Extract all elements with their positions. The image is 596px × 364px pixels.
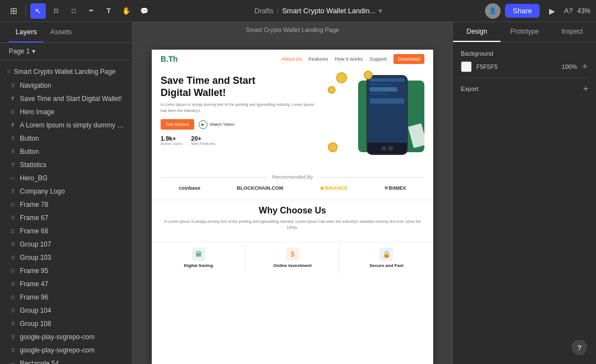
dc-phone-bottom bbox=[368, 143, 407, 154]
layer-group-104[interactable]: ⠿ Group 104 bbox=[0, 304, 132, 317]
help-button[interactable]: ? bbox=[572, 340, 587, 355]
layer-frame-95[interactable]: ⊡ Frame 95 bbox=[0, 264, 132, 277]
dc-hero-section: Save Time and StartDigital Wallet! A Lor… bbox=[152, 68, 433, 170]
layer-lorem-text[interactable]: T A Lorem Ipsum is simply dummy text of … bbox=[0, 119, 132, 132]
text-tool[interactable]: T bbox=[101, 3, 116, 19]
layer-frame-96[interactable]: ⊡ Frame 96 bbox=[0, 291, 132, 304]
menu-tool[interactable]: ⊞ bbox=[6, 3, 21, 19]
pen-tool[interactable]: ✒ bbox=[83, 3, 99, 19]
layer-name: Navigation bbox=[20, 82, 125, 89]
layer-rect-54[interactable]: ▭ Rectangle 54 bbox=[0, 357, 132, 364]
tab-design[interactable]: Design bbox=[453, 22, 501, 42]
present-button[interactable]: ▶ bbox=[544, 3, 560, 19]
zoom-level[interactable]: 43% bbox=[577, 7, 590, 15]
dc-coin-3 bbox=[364, 71, 372, 79]
layer-group-108[interactable]: ⠿ Group 108 bbox=[0, 317, 132, 330]
layer-group-103[interactable]: ⠿ Group 103 bbox=[0, 251, 132, 264]
dc-logo: B.Th bbox=[161, 55, 178, 63]
shape-tool[interactable]: ◻ bbox=[66, 3, 81, 19]
layer-frame-78[interactable]: ⊡ Frame 78 bbox=[0, 198, 132, 211]
dc-feature1-name: Digital Saving bbox=[156, 263, 241, 268]
dc-feature-digital-saving: 🏛 Digital Saving bbox=[152, 242, 246, 274]
background-color-value[interactable]: F5F5F5 bbox=[476, 63, 557, 70]
group-icon: ⠿ bbox=[9, 307, 17, 314]
drafts-label: Drafts bbox=[254, 7, 274, 15]
dc-watch-label: Watch Video bbox=[210, 122, 235, 127]
layer-group-107[interactable]: ⠿ Group 107 bbox=[0, 238, 132, 251]
tab-inspect[interactable]: Inspect bbox=[549, 22, 596, 42]
group-icon: ⠿ bbox=[9, 82, 17, 89]
dc-coin-1 bbox=[336, 72, 347, 83]
dc-stat-new-features: 20+ New Features bbox=[191, 135, 215, 146]
left-panel: Layers Assets Page 1 ▾ ⠿ Smart Crypto Wa… bbox=[0, 22, 132, 364]
dc-nav-support[interactable]: Support bbox=[369, 56, 387, 62]
layer-statistics[interactable]: ⠿ Statistics bbox=[0, 158, 132, 172]
export-section: Export + bbox=[461, 84, 588, 94]
background-opacity-value[interactable]: 100% bbox=[562, 63, 577, 70]
layer-gplay-1[interactable]: ⠿ google-play-svgrepo-com bbox=[0, 330, 132, 344]
dc-recommended-text: Recommended By bbox=[272, 174, 313, 180]
layer-frame-68[interactable]: ⊡ Frame 68 bbox=[0, 224, 132, 238]
dc-stat1-label: Active Users bbox=[161, 142, 182, 146]
dc-feature-secure-fast: 🔒 Secure and Fast bbox=[340, 242, 433, 274]
layer-name: Group 108 bbox=[20, 320, 125, 328]
dc-hero-desc: A Lorem Ipsum is simply dummy text of th… bbox=[161, 102, 320, 114]
dc-stat1-value: 1.9k+ bbox=[161, 135, 182, 142]
group-icon: ⠿ bbox=[9, 135, 17, 142]
layer-title-text[interactable]: T Save Time and Start Digital Wallet! bbox=[0, 92, 132, 105]
layer-navigation[interactable]: ⠿ Navigation bbox=[0, 79, 132, 92]
dc-logo-binance: ◆ BINANCE bbox=[320, 185, 348, 191]
avatar: 👤 bbox=[485, 3, 501, 19]
layer-name: Group 107 bbox=[20, 240, 125, 248]
dc-feature-online-investment: $ Online Investment bbox=[246, 242, 339, 274]
layer-hero-bg[interactable]: ▭ Hero_BG bbox=[0, 172, 132, 185]
page-label: Page 1 bbox=[9, 47, 30, 55]
dc-why-title: Why Choose Us bbox=[161, 206, 424, 216]
dc-nav-about[interactable]: About Us bbox=[281, 56, 302, 62]
canvas-label: Smart Crypto Wallet Landing Page bbox=[246, 26, 339, 33]
canvas-area[interactable]: Smart Crypto Wallet Landing Page B.Th Ab… bbox=[132, 22, 453, 364]
dc-nav-how[interactable]: How it works bbox=[334, 56, 363, 62]
dc-watch-video[interactable]: ▶ Watch Video bbox=[199, 120, 235, 129]
layer-frame-67[interactable]: ⠿ Frame 67 bbox=[0, 211, 132, 224]
tab-prototype[interactable]: Prototype bbox=[501, 22, 548, 42]
tab-assets[interactable]: Assets bbox=[44, 22, 78, 42]
dc-download-button[interactable]: Download bbox=[393, 54, 424, 64]
drag-icon: ⠿ bbox=[7, 69, 10, 75]
dc-nav-features[interactable]: Features bbox=[308, 56, 328, 62]
frame-tool[interactable]: ⊡ bbox=[48, 3, 63, 19]
group-icon: ⠿ bbox=[9, 254, 17, 261]
comment-tool[interactable]: 💬 bbox=[136, 3, 152, 19]
share-button[interactable]: Share bbox=[505, 4, 540, 18]
dc-get-started-button[interactable]: Get Started bbox=[161, 119, 194, 130]
dc-logo-blockchain: BLOCKCHAIN.COM bbox=[237, 185, 283, 191]
dc-hero-title: Save Time and StartDigital Wallet! bbox=[161, 75, 320, 99]
layer-name: google-play-svgrepo-com bbox=[20, 333, 125, 341]
filename-chevron[interactable]: ▾ bbox=[379, 7, 382, 15]
move-tool[interactable]: ↖ bbox=[30, 3, 46, 19]
right-panel-tabs: Design Prototype Inspect bbox=[453, 22, 596, 42]
background-color-swatch[interactable] bbox=[461, 61, 472, 72]
export-add-button[interactable]: + bbox=[583, 84, 588, 94]
dc-rec-line-left bbox=[161, 177, 268, 178]
layer-gplay-2[interactable]: ⠿ google-play-svgrepo-com bbox=[0, 344, 132, 357]
visibility-toggle-icon[interactable]: 👁 bbox=[582, 63, 588, 71]
tab-layers[interactable]: Layers bbox=[9, 22, 44, 42]
dc-stat-active-users: 1.9k+ Active Users bbox=[161, 135, 182, 146]
layer-button-1[interactable]: ⠿ Button bbox=[0, 132, 132, 145]
dc-stat2-value: 20+ bbox=[191, 135, 215, 142]
background-color-row: F5F5F5 100% 👁 bbox=[461, 61, 588, 72]
page-indicator[interactable]: Page 1 ▾ bbox=[0, 43, 132, 60]
layer-frame-47[interactable]: ⠿ Frame 47 bbox=[0, 277, 132, 291]
hand-tool[interactable]: ✋ bbox=[119, 3, 134, 19]
group-icon: ⠿ bbox=[9, 280, 17, 288]
layer-name: Save Time and Start Digital Wallet! bbox=[20, 95, 125, 103]
layer-button-2[interactable]: ⠿ Button bbox=[0, 145, 132, 158]
root-layer[interactable]: ⠿ Smart Crypto Wallet Landing Page bbox=[0, 65, 132, 79]
background-section-title: Background bbox=[461, 50, 588, 57]
layer-name: Frame 47 bbox=[20, 280, 125, 288]
dc-why-desc: A Lorem Ipsum is simply dummy text of th… bbox=[161, 219, 424, 231]
dc-partner-logos: coinbase BLOCKCHAIN.COM ◆ BINANCE ✕BitME… bbox=[161, 183, 424, 195]
layer-company-logo[interactable]: ⠿ Company Logo bbox=[0, 185, 132, 198]
layer-hero-image[interactable]: ⊡ Hero Image bbox=[0, 105, 132, 119]
